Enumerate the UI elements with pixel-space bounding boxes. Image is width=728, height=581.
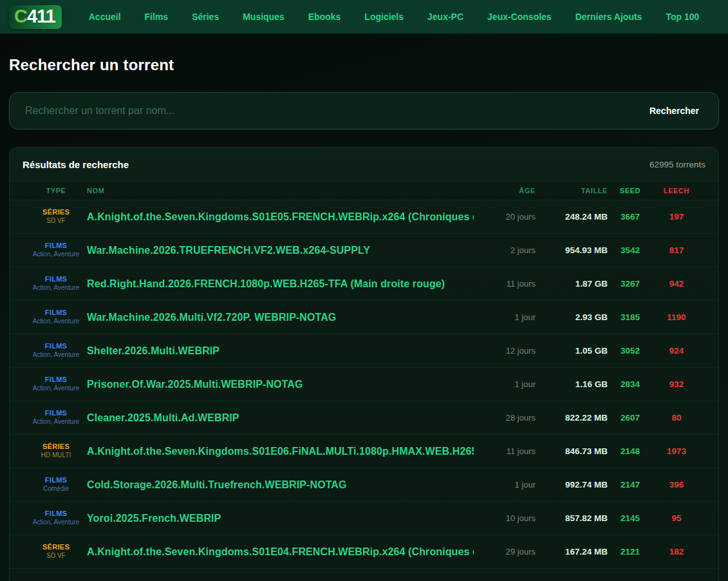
torrent-seed: 3185: [610, 312, 650, 322]
torrent-size: 1.87 GB: [538, 279, 608, 289]
torrent-age: 1 jour: [476, 312, 536, 322]
table-row[interactable]: FILMS Action, Aventure Shelter.2026.Mult…: [10, 334, 718, 368]
nav-link[interactable]: Logiciels: [364, 12, 404, 22]
torrent-seed: 3267: [610, 279, 650, 289]
torrent-name-link[interactable]: Shelter.2026.Multi.WEBRIP: [87, 345, 474, 357]
nav-link[interactable]: Ebooks: [308, 12, 341, 22]
torrent-name-link[interactable]: A.Knight.of.the.Seven.Kingdoms.S01E05.FR…: [87, 211, 474, 223]
torrent-category: SÉRIES: [28, 208, 84, 217]
torrent-type-badge: SÉRIES SD VF: [28, 543, 84, 560]
torrent-name-link[interactable]: War.Machine.2026.TRUEFRENCH.VF2.WEB.x264…: [87, 245, 474, 256]
navbar: C 411 Accueil Films Séries Musiques Eboo…: [0, 0, 728, 33]
torrent-category: FILMS: [28, 510, 84, 519]
nav-link[interactable]: Top 100: [666, 12, 699, 22]
torrent-age: 2 jours: [476, 245, 536, 255]
nav-link[interactable]: Films: [145, 12, 169, 22]
torrent-size: 822.22 MB: [538, 413, 608, 423]
torrent-size: 992.74 MB: [538, 480, 608, 490]
torrent-seed: 3542: [610, 245, 650, 255]
torrent-size: 954.93 MB: [538, 245, 608, 255]
torrent-subcategory: Action, Aventure: [28, 351, 84, 359]
torrent-subcategory: Action, Aventure: [28, 284, 84, 292]
torrent-category: FILMS: [28, 476, 84, 485]
torrent-leech: 1190: [653, 312, 700, 322]
main-nav: Accueil Films Séries Musiques Ebooks Log…: [89, 12, 700, 22]
torrent-seed: 3052: [610, 346, 650, 356]
nav-link[interactable]: Jeux-PC: [427, 12, 463, 22]
site-logo[interactable]: C 411: [9, 5, 62, 29]
torrent-leech: 942: [653, 279, 700, 289]
torrent-seed: 2147: [610, 480, 650, 490]
table-row[interactable]: SÉRIES HD MULTI A.Knight.of.the.Seven.Ki…: [10, 435, 718, 468]
torrent-age: 1 jour: [476, 379, 536, 389]
torrent-name-link[interactable]: Cold.Storage.2026.Multi.Truefrench.WEBRI…: [87, 479, 474, 491]
torrent-category: FILMS: [28, 376, 84, 385]
torrent-subcategory: Comédie: [28, 485, 84, 493]
results-rows: SÉRIES SD VF A.Knight.of.the.Seven.Kingd…: [10, 200, 718, 581]
search-button[interactable]: Rechercher: [647, 100, 702, 121]
torrent-name-link[interactable]: Red.Right.Hand.2026.FRENCH.1080p.WEB.H26…: [87, 278, 474, 290]
logo-prefix: C: [14, 7, 27, 26]
torrent-leech: 80: [653, 413, 700, 423]
torrent-name-link[interactable]: A.Knight.of.the.Seven.Kingdoms.S01E06.Fi…: [87, 446, 474, 457]
torrent-type-badge: SÉRIES HD MULTI: [28, 443, 84, 459]
table-row[interactable]: SÉRIES SD VF A.Knight.of.the.Seven.Kingd…: [10, 535, 718, 569]
torrent-size: 857.82 MB: [538, 513, 608, 523]
torrent-type-badge: SÉRIES SD VF: [28, 208, 84, 225]
torrent-size: 1.16 GB: [538, 379, 608, 389]
torrent-type-badge: FILMS Action, Aventure: [28, 376, 84, 392]
torrent-name-link[interactable]: A.Knight.of.the.Seven.Kingdoms.S01E04.FR…: [87, 546, 474, 558]
nav-link[interactable]: Séries: [192, 12, 219, 22]
torrent-subcategory: HD MULTI: [28, 452, 84, 460]
table-row[interactable]: FILMS Comédie Cold.Storage.2026.Multi.Tr…: [10, 468, 718, 502]
torrent-name-link[interactable]: Cleaner.2025.Multi.Ad.WEBRIP: [87, 412, 474, 424]
torrent-category: FILMS: [28, 409, 84, 418]
torrent-type-badge: FILMS Action, Aventure: [28, 510, 84, 526]
torrent-size: 248.24 MB: [538, 212, 608, 222]
torrent-name-link[interactable]: Prisoner.Of.War.2025.Multi.WEBRIP-NOTAG: [87, 379, 474, 390]
torrent-age: 11 jours: [476, 446, 536, 456]
column-header-age: ÂGE: [476, 187, 536, 195]
table-row[interactable]: FILMS Action, Aventure Cleaner.2025.Mult…: [10, 401, 718, 435]
column-header-size: TAILLE: [538, 187, 608, 195]
torrent-age: 28 jours: [476, 413, 536, 423]
table-row[interactable]: FILMS Action, Aventure Red.Right.Hand.20…: [10, 267, 718, 301]
torrent-age: 1 jour: [476, 480, 536, 490]
torrent-category: SÉRIES: [28, 543, 84, 552]
table-row[interactable]: FILMS Action, Aventure Yoroi.2025.French…: [10, 502, 718, 535]
table-row[interactable]: FILMS Action, Aventure War.Machine.2026.…: [10, 234, 718, 267]
torrent-subcategory: Action, Aventure: [28, 318, 84, 326]
torrent-category: FILMS: [28, 309, 84, 318]
torrent-subcategory: Action, Aventure: [28, 519, 84, 527]
torrent-name-link[interactable]: War.Machine.2026.Multi.Vf2.720P. WEBRIP-…: [87, 312, 474, 323]
table-header-row: TYPE NOM ÂGE TAILLE SEED LEECH: [10, 181, 718, 200]
torrent-age: 12 jours: [476, 346, 536, 356]
torrent-type-badge: FILMS Action, Aventure: [28, 242, 84, 258]
page-title: Rechercher un torrent: [9, 56, 719, 74]
torrent-size: 1.05 GB: [538, 346, 608, 356]
torrent-subcategory: SD VF: [28, 552, 84, 560]
torrent-leech: 924: [653, 346, 700, 356]
column-header-leech: LEECH: [653, 187, 700, 195]
column-header-type: TYPE: [28, 187, 84, 195]
torrent-subcategory: Action, Aventure: [28, 251, 84, 259]
nav-link[interactable]: Derniers Ajouts: [575, 12, 642, 22]
table-row[interactable]: FILMS Action, Aventure Prisoner.Of.War.2…: [10, 368, 718, 401]
torrent-age: 11 jours: [476, 279, 536, 289]
torrent-name-link[interactable]: Yoroi.2025.French.WEBRIP: [87, 513, 474, 524]
torrent-subcategory: Action, Aventure: [28, 385, 84, 393]
torrent-seed: 2607: [610, 413, 650, 423]
nav-link[interactable]: Accueil: [89, 12, 121, 22]
torrent-age: 29 jours: [476, 547, 536, 557]
table-row[interactable]: FILMS Action, Aventure War.Machine.2026.…: [10, 301, 718, 334]
table-row[interactable]: SÉRIES SD VF A.Knight.of.the.Seven.Kingd…: [10, 200, 718, 234]
torrent-seed: 2148: [610, 446, 650, 456]
results-header: Résultats de recherche 62995 torrents: [10, 148, 718, 181]
torrent-subcategory: SD VF: [28, 217, 84, 225]
table-row[interactable]: FILMS Universal.Soldier.Le.Jour.du.Jugem…: [10, 569, 718, 581]
search-input[interactable]: [25, 105, 637, 117]
torrent-category: FILMS: [28, 275, 84, 284]
nav-link[interactable]: Musiques: [243, 12, 285, 22]
nav-link[interactable]: Jeux-Consoles: [487, 12, 552, 22]
torrent-type-badge: FILMS Action, Aventure: [28, 342, 84, 359]
